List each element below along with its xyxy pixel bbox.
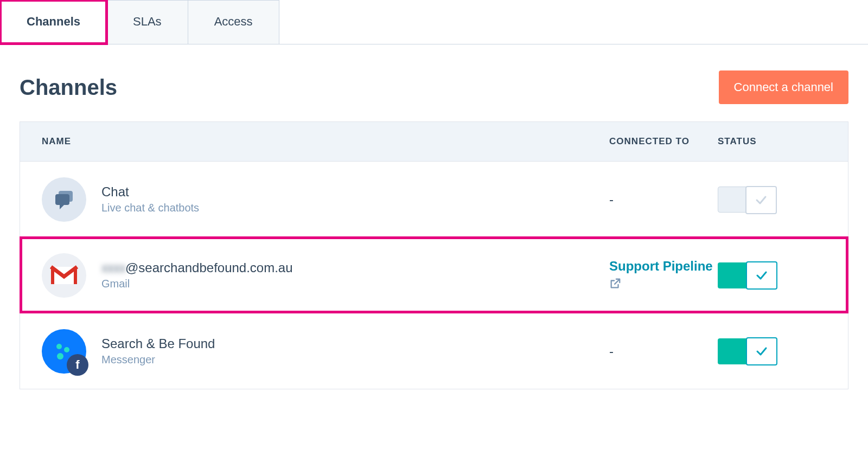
svg-point-7 bbox=[57, 353, 63, 360]
col-name: NAME bbox=[42, 136, 609, 147]
svg-point-5 bbox=[56, 344, 62, 349]
connected-to-value: - bbox=[609, 192, 718, 207]
toggle-knob bbox=[745, 186, 777, 214]
toggle-knob bbox=[746, 337, 777, 365]
tabs-bar: Channels SLAs Access bbox=[0, 0, 868, 44]
svg-rect-4 bbox=[74, 267, 77, 284]
row-subtitle: Gmail bbox=[101, 278, 293, 290]
name-cell: xxxx@searchandbefound.com.au Gmail bbox=[42, 253, 609, 298]
svg-point-6 bbox=[64, 347, 69, 352]
toggle-knob bbox=[746, 261, 777, 290]
row-title-block: xxxx@searchandbefound.com.au Gmail bbox=[101, 260, 293, 290]
row-title: Chat bbox=[101, 184, 199, 200]
status-cell bbox=[718, 262, 826, 288]
status-cell bbox=[718, 187, 826, 213]
svg-rect-3 bbox=[51, 267, 54, 284]
connected-to-value: - bbox=[609, 344, 718, 359]
connected-to-value: Support Pipeline bbox=[609, 258, 718, 293]
row-title: xxxx@searchandbefound.com.au bbox=[101, 260, 293, 275]
col-status: STATUS bbox=[718, 136, 826, 147]
svg-rect-1 bbox=[55, 194, 69, 205]
row-subtitle: Messenger bbox=[101, 354, 215, 366]
messenger-icon: f bbox=[42, 329, 86, 374]
external-link-icon[interactable] bbox=[609, 278, 621, 293]
chat-icon bbox=[42, 177, 86, 222]
header-row: Channels Connect a channel bbox=[0, 44, 868, 121]
channels-table: NAME CONNECTED TO STATUS Chat Live chat … bbox=[20, 121, 848, 389]
status-toggle[interactable] bbox=[718, 262, 776, 288]
email-suffix: @searchandbefound.com.au bbox=[125, 260, 293, 275]
name-cell: Chat Live chat & chatbots bbox=[42, 177, 609, 222]
status-toggle[interactable] bbox=[718, 187, 776, 213]
page-title: Channels bbox=[20, 75, 117, 100]
gmail-icon bbox=[42, 253, 86, 298]
name-cell: f Search & Be Found Messenger bbox=[42, 329, 609, 374]
tab-access[interactable]: Access bbox=[188, 0, 279, 44]
row-title: Search & Be Found bbox=[101, 336, 215, 351]
table-row[interactable]: f Search & Be Found Messenger - bbox=[20, 313, 848, 389]
connect-channel-button[interactable]: Connect a channel bbox=[719, 70, 848, 104]
row-title-block: Chat Live chat & chatbots bbox=[101, 184, 199, 214]
table-row[interactable]: Chat Live chat & chatbots - bbox=[20, 161, 848, 237]
row-title-block: Search & Be Found Messenger bbox=[101, 336, 215, 366]
col-connected-to: CONNECTED TO bbox=[609, 136, 718, 147]
table-row[interactable]: xxxx@searchandbefound.com.au Gmail Suppo… bbox=[20, 237, 848, 313]
blurred-prefix: xxxx bbox=[101, 260, 125, 275]
status-cell bbox=[718, 338, 826, 364]
tab-slas[interactable]: SLAs bbox=[106, 0, 188, 44]
tab-channels[interactable]: Channels bbox=[0, 0, 107, 44]
pipeline-link[interactable]: Support Pipeline bbox=[609, 258, 718, 274]
table-header: NAME CONNECTED TO STATUS bbox=[20, 122, 848, 161]
facebook-badge-icon: f bbox=[67, 354, 88, 376]
row-subtitle: Live chat & chatbots bbox=[101, 202, 199, 214]
status-toggle[interactable] bbox=[718, 338, 776, 364]
